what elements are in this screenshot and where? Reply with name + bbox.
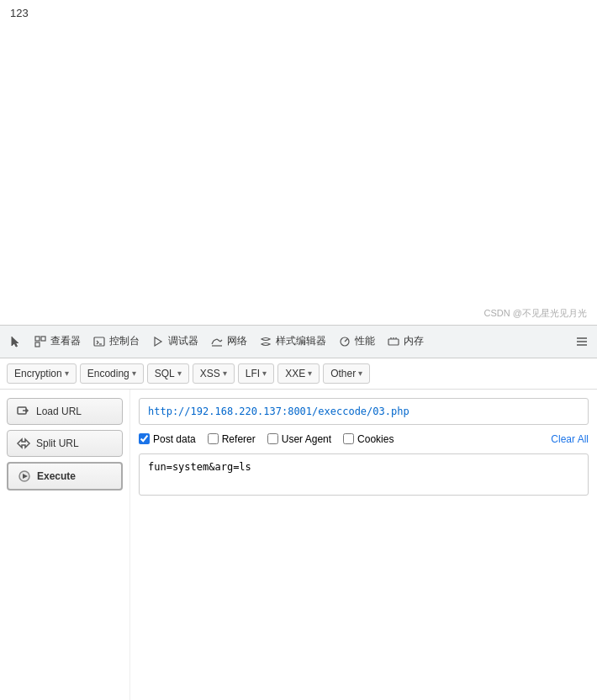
user-agent-label: User Agent	[282, 433, 331, 445]
user-agent-checkbox[interactable]	[267, 433, 278, 444]
sidebar: Load URL Split URL Execute	[0, 390, 130, 701]
svg-line-8	[217, 339, 220, 342]
post-data-checkbox[interactable]	[139, 433, 150, 444]
post-data-label: Post data	[153, 433, 196, 445]
encryption-menu[interactable]: Encryption ▾	[7, 363, 77, 384]
xss-chevron: ▾	[223, 369, 227, 378]
memory-label: 内存	[404, 334, 424, 348]
memory-tool-btn[interactable]: 内存	[382, 331, 429, 352]
encoding-chevron: ▾	[132, 369, 136, 378]
other-menu[interactable]: Other ▾	[323, 363, 370, 384]
encoding-menu[interactable]: Encoding ▾	[80, 363, 144, 384]
console-label: 控制台	[109, 334, 140, 348]
devtools-toolbar: 查看器 控制台 调试器 网络 样式编辑器	[0, 325, 597, 358]
execute-icon	[17, 469, 32, 484]
page-number: 123	[10, 7, 29, 19]
debugger-label: 调试器	[168, 334, 198, 348]
inspector-tool-btn[interactable]: 查看器	[29, 331, 86, 352]
user-agent-checkbox-label[interactable]: User Agent	[267, 433, 331, 445]
post-data-checkbox-label[interactable]: Post data	[139, 433, 196, 445]
encryption-chevron: ▾	[65, 369, 69, 378]
cursor-tool-btn[interactable]	[3, 331, 27, 352]
lfi-label: LFI	[246, 368, 260, 379]
svg-rect-0	[35, 337, 40, 341]
svg-marker-5	[155, 337, 161, 346]
console-tool-btn[interactable]: 控制台	[87, 331, 145, 352]
url-input[interactable]	[139, 398, 589, 425]
lfi-menu[interactable]: LFI ▾	[238, 363, 274, 384]
other-chevron: ▾	[358, 369, 362, 378]
load-url-button[interactable]: Load URL	[7, 398, 123, 425]
split-url-icon	[16, 436, 31, 451]
xxe-label: XXE	[285, 368, 305, 379]
sql-menu[interactable]: SQL ▾	[147, 363, 189, 384]
performance-label: 性能	[355, 334, 375, 348]
network-label: 网络	[227, 334, 247, 348]
sql-chevron: ▾	[177, 369, 182, 378]
post-data-input[interactable]: fun=system&arg=ls	[139, 453, 589, 496]
load-url-icon	[16, 404, 31, 419]
encoding-label: Encoding	[87, 368, 129, 379]
svg-rect-13	[388, 339, 399, 345]
performance-tool-btn[interactable]: 性能	[333, 331, 380, 352]
other-label: Other	[330, 368, 356, 379]
svg-line-7	[214, 339, 217, 341]
lfi-chevron: ▾	[262, 369, 267, 378]
debugger-tool-btn[interactable]: 调试器	[146, 331, 203, 352]
execute-button[interactable]: Execute	[7, 462, 123, 491]
cookies-checkbox[interactable]	[343, 433, 354, 444]
sql-label: SQL	[155, 368, 175, 379]
referer-checkbox-label[interactable]: Referer	[208, 433, 256, 445]
load-url-label: Load URL	[36, 406, 82, 417]
svg-rect-1	[41, 337, 45, 341]
xxe-menu[interactable]: XXE ▾	[277, 363, 320, 384]
xss-menu[interactable]: XSS ▾	[193, 363, 235, 384]
clear-all-button[interactable]: Clear All	[551, 433, 589, 445]
svg-line-6	[212, 341, 214, 344]
style-editor-label: 样式编辑器	[276, 334, 326, 348]
inspector-label: 查看器	[50, 334, 81, 348]
split-url-button[interactable]: Split URL	[7, 430, 123, 457]
right-panel: Post data Referer User Agent Cookies Cle…	[130, 390, 597, 701]
svg-rect-2	[35, 342, 40, 347]
svg-line-12	[345, 339, 347, 342]
xxe-chevron: ▾	[308, 369, 312, 378]
main-panel: Load URL Split URL Execute Post data	[0, 390, 597, 701]
checkbox-row: Post data Referer User Agent Cookies Cle…	[139, 432, 589, 447]
referer-label: Referer	[222, 433, 256, 445]
style-editor-tool-btn[interactable]: 样式编辑器	[254, 331, 331, 352]
cookies-label: Cookies	[357, 433, 394, 445]
watermark-text: CSDN @不见星光见月光	[484, 307, 587, 320]
xss-label: XSS	[200, 368, 220, 379]
encryption-label: Encryption	[14, 368, 62, 379]
split-url-label: Split URL	[36, 438, 79, 449]
menu-bar: Encryption ▾ Encoding ▾ SQL ▾ XSS ▾ LFI …	[0, 358, 597, 390]
referer-checkbox[interactable]	[208, 433, 219, 444]
execute-label: Execute	[37, 470, 76, 482]
cookies-checkbox-label[interactable]: Cookies	[343, 433, 394, 445]
svg-line-9	[220, 340, 222, 342]
network-tool-btn[interactable]: 网络	[205, 331, 252, 352]
storage-tool-btn[interactable]	[570, 331, 594, 352]
